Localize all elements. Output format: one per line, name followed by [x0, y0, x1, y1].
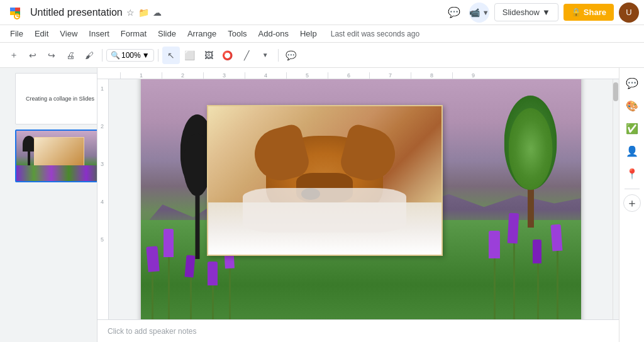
- slideshow-button[interactable]: Slideshow ▼: [494, 3, 558, 21]
- person-sidebar-icon[interactable]: 👤: [622, 141, 642, 161]
- paint-format-button[interactable]: 🖌: [80, 47, 98, 64]
- lock-icon: 🔒: [571, 8, 581, 17]
- menu-insert[interactable]: Insert: [84, 27, 114, 40]
- comment-tool[interactable]: 💬: [282, 47, 300, 64]
- scrollbar-thumb: [613, 82, 618, 101]
- comments-icon[interactable]: 💬: [444, 3, 464, 23]
- print-button[interactable]: 🖨: [62, 47, 79, 64]
- add-sidebar-button[interactable]: ＋: [623, 194, 641, 212]
- scrollbar-vertical[interactable]: [613, 79, 619, 319]
- zoom-icon: 🔍: [111, 51, 120, 60]
- ruler-mark-1: 1: [120, 72, 162, 79]
- mini-dog-image: [34, 137, 84, 168]
- menu-edit[interactable]: Edit: [30, 27, 53, 40]
- menu-slide[interactable]: Slide: [153, 27, 181, 40]
- menu-view[interactable]: View: [55, 27, 82, 40]
- star-icon[interactable]: ☆: [126, 8, 135, 18]
- ruler-mark-6: 6: [328, 72, 369, 79]
- share-button[interactable]: 🔒 Share: [564, 4, 614, 21]
- mini-tree-top: [23, 136, 35, 152]
- menu-tools[interactable]: Tools: [223, 27, 252, 40]
- line-chevron[interactable]: ▼: [257, 47, 274, 64]
- zoom-control[interactable]: 🔍 100% ▼: [106, 49, 154, 62]
- ruler-top: 1 2 3 4 5 6 7 8 9: [97, 68, 619, 79]
- meet-icon[interactable]: 📹 ▼: [469, 3, 489, 23]
- dog-photo[interactable]: [207, 105, 443, 256]
- separator-2: [158, 49, 158, 62]
- menu-file[interactable]: File: [5, 27, 28, 40]
- canvas-area: 1 2 3 4 5 6 7 8 9 1 2 3 4 5: [97, 68, 619, 342]
- avatar[interactable]: U: [619, 3, 639, 23]
- image-tool[interactable]: 🖼: [200, 47, 218, 64]
- ruler-mark-7: 7: [369, 72, 411, 79]
- slideshow-chevron: ▼: [542, 8, 550, 17]
- last-edit: Last edit was seconds ago: [331, 30, 419, 38]
- menu-bar: File Edit View Insert Format Slide Arran…: [0, 25, 644, 43]
- redo-button[interactable]: ↪: [43, 47, 60, 64]
- toolbar: ＋ ↩ ↪ 🖨 🖌 🔍 100% ▼ ↖ ⬜ 🖼 ⭕ ╱ ▼ 💬: [0, 43, 644, 68]
- ruler-mark-4: 4: [245, 72, 286, 79]
- slideshow-label: Slideshow: [502, 8, 540, 17]
- cloud-icon[interactable]: ☁: [153, 8, 162, 18]
- menu-arrange[interactable]: Arrange: [182, 27, 221, 40]
- google-logo: [5, 3, 25, 23]
- maps-sidebar-icon[interactable]: 📍: [622, 163, 642, 184]
- chat-sidebar-icon[interactable]: 💬: [622, 73, 642, 93]
- ruler-mark-v-4: 4: [101, 199, 105, 236]
- share-label: Share: [584, 8, 606, 17]
- ruler-mark-v-3: 3: [101, 161, 105, 199]
- slide-1-title: Creating a collage in Slides: [26, 96, 94, 102]
- speaker-notes[interactable]: Click to add speaker notes: [97, 319, 619, 342]
- ruler-mark-3: 3: [203, 72, 245, 79]
- title-bar: Untitled presentation ☆ 📁 ☁ 💬 📹 ▼ Slides…: [0, 0, 644, 25]
- zoom-level: 100%: [121, 51, 141, 60]
- shapes-tool[interactable]: ⭕: [219, 47, 236, 64]
- slide-1-wrapper: 1 Creating a collage in Slides: [3, 73, 94, 124]
- sidebar-separator: [625, 189, 640, 189]
- slide-2-thumb[interactable]: [15, 130, 97, 182]
- menu-format[interactable]: Format: [116, 27, 152, 40]
- ruler-mark-8: 8: [411, 72, 452, 79]
- ruler-mark-v-1: 1: [101, 86, 105, 123]
- slide-1-content: Creating a collage in Slides: [16, 74, 97, 124]
- slide-2-preview: [16, 131, 97, 181]
- active-slide[interactable]: [141, 79, 581, 319]
- ruler-left: 1 2 3 4 5: [97, 79, 109, 319]
- line-tool[interactable]: ╱: [238, 47, 255, 64]
- slide-2-wrapper: 2: [3, 130, 94, 182]
- ruler-mark-5: 5: [286, 72, 328, 79]
- ruler-mark-2: 2: [162, 72, 203, 79]
- ruler-mark-9: 9: [452, 72, 494, 79]
- check-sidebar-icon[interactable]: ✅: [622, 118, 642, 138]
- text-box-tool[interactable]: ⬜: [181, 47, 199, 64]
- slide-canvas[interactable]: [109, 79, 613, 319]
- add-button[interactable]: ＋: [5, 47, 23, 64]
- zoom-chevron: ▼: [142, 51, 150, 60]
- speaker-notes-placeholder: Click to add speaker notes: [108, 327, 196, 336]
- separator-1: [102, 49, 103, 62]
- undo-button[interactable]: ↩: [24, 47, 42, 64]
- folder-icon[interactable]: 📁: [138, 8, 149, 18]
- main-area: 1 Creating a collage in Slides 2: [0, 68, 644, 342]
- slide-panel: 1 Creating a collage in Slides 2: [0, 68, 97, 342]
- ruler-mark-v-2: 2: [101, 123, 105, 161]
- slide-1-thumb[interactable]: Creating a collage in Slides: [15, 73, 97, 124]
- canvas-wrapper: 1 2 3 4 5: [97, 79, 619, 319]
- ruler-mark-v-5: 5: [101, 236, 105, 274]
- tree-right: [502, 96, 559, 228]
- title-icons: ☆ 📁 ☁: [126, 8, 162, 18]
- select-tool[interactable]: ↖: [162, 47, 180, 64]
- separator-3: [278, 49, 279, 62]
- header-right: 💬 📹 ▼ Slideshow ▼ 🔒 Share U: [444, 3, 639, 23]
- palette-sidebar-icon[interactable]: 🎨: [622, 96, 642, 116]
- presentation-title[interactable]: Untitled presentation: [30, 7, 123, 18]
- menu-addons[interactable]: Add-ons: [253, 27, 294, 40]
- mini-flowers: [16, 165, 97, 181]
- right-sidebar: 💬 🎨 ✅ 👤 📍 ＋: [619, 68, 644, 342]
- menu-help[interactable]: Help: [295, 27, 322, 40]
